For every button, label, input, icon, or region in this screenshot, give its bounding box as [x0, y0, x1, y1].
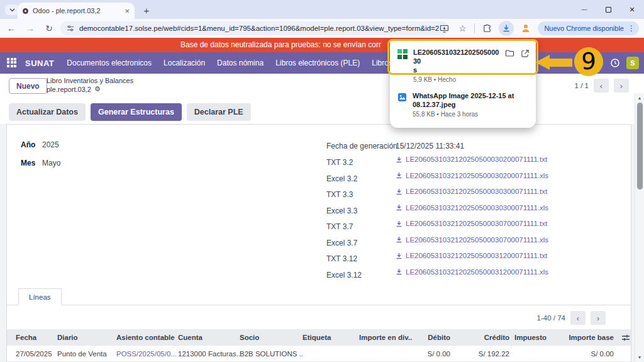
scrollbar-thumb[interactable] — [637, 103, 643, 189]
col-fecha[interactable]: Fecha — [16, 334, 57, 341]
browser-menu-icon[interactable]: ⋮ — [628, 24, 635, 33]
activities-clock-icon[interactable] — [610, 58, 620, 68]
nav-item-localizacion[interactable]: Localización — [164, 59, 205, 67]
download-icon — [396, 172, 402, 179]
minimize-icon: — — [582, 6, 587, 13]
cell-fecha[interactable]: 27/05/2025 — [16, 350, 57, 358]
tab-search-button[interactable] — [5, 4, 19, 15]
site-settings-icon[interactable] — [67, 25, 74, 32]
file-download-link[interactable]: LE2060531032120250500030200071111.xls — [396, 172, 548, 179]
actualizar-datos-button[interactable]: Actualizar Datos — [9, 103, 86, 121]
table-row[interactable]: 27/05/2025 Punto de Venta POSS/2025/05/0… — [7, 346, 631, 362]
generar-estructuras-button[interactable]: Generar Estructuras — [91, 103, 182, 121]
close-icon: × — [630, 4, 635, 14]
annotation-arrow — [550, 59, 572, 67]
download-item-whatsapp-image[interactable]: WhatsApp Image 2025-12-15 at08.12.37.jpe… — [390, 87, 536, 122]
declarar-ple-button[interactable]: Declarar PLE — [187, 103, 251, 121]
field-label-mes: Mes — [21, 159, 35, 167]
download-icon — [396, 236, 402, 243]
back-button[interactable]: ← — [4, 21, 19, 36]
file-download-link[interactable]: LE2060531032120250500030300071111.xls — [396, 204, 548, 212]
bookmark-star-icon[interactable]: ☆ — [456, 22, 469, 35]
download-icon — [396, 156, 402, 163]
banner-text: Base de datos neutralizada para pruebas:… — [180, 40, 381, 49]
forward-button[interactable]: → — [23, 21, 38, 36]
col-debito[interactable]: Débito — [413, 334, 450, 341]
field-label-ano: Año — [21, 140, 35, 149]
col-asiento[interactable]: Asiento contable — [116, 334, 178, 341]
col-cuenta[interactable]: Cuenta — [178, 334, 240, 341]
scroll-down-icon[interactable]: ▼ — [635, 353, 644, 361]
install-icon[interactable] — [438, 22, 450, 35]
file-label: TXT 3.3 — [326, 190, 353, 199]
file-label: TXT 3.12 — [326, 254, 357, 263]
extensions-icon[interactable] — [480, 22, 493, 35]
file-download-link[interactable]: LE2060531032120250500030300071111.txt — [396, 188, 547, 195]
apps-grid-icon[interactable] — [7, 58, 18, 69]
file-label: Excel 3.2 — [326, 174, 357, 183]
download-meta: 55,8 KB • Hace 3 horas — [413, 111, 530, 118]
lines-prev-button[interactable]: ‹ — [570, 311, 586, 325]
file-download-link[interactable]: LE2060531032120250500030700071111.txt — [396, 220, 547, 227]
col-socio[interactable]: Socio — [240, 334, 303, 341]
record-prev-button[interactable]: ‹ — [594, 79, 609, 93]
col-credito[interactable]: Crédito — [450, 334, 509, 341]
cell-cuenta[interactable]: 1213000 Facturas... — [178, 350, 240, 358]
reload-button[interactable]: ↻ — [42, 21, 57, 36]
col-importe-base[interactable]: Importe base — [548, 334, 614, 341]
window-minimize-button[interactable]: — — [572, 0, 596, 19]
field-value-mes[interactable]: Mayo — [42, 159, 60, 167]
profile-avatar-icon[interactable] — [519, 22, 532, 35]
new-tab-button[interactable]: + — [140, 4, 153, 16]
file-download-link[interactable]: LE2060531032120250500030700071111.xls — [396, 236, 548, 244]
user-avatar[interactable]: S — [626, 57, 639, 69]
browser-titlebar: Odoo - ple.report.03,2 × + — × — [0, 0, 644, 19]
app-brand[interactable]: SUNAT — [25, 59, 54, 68]
file-download-link[interactable]: LE2060531032120250500030200071111.txt — [396, 156, 547, 163]
annotation-step-number: 9 — [574, 47, 603, 76]
scroll-up-icon[interactable]: ▲ — [635, 94, 644, 102]
maximize-icon — [606, 7, 611, 13]
nav-item-libros-ple[interactable]: Libros electrónicos (PLE) — [275, 59, 360, 67]
new-record-button[interactable]: Nuevo — [9, 78, 47, 94]
optional-columns-button[interactable] — [614, 334, 630, 342]
nav-item-datos-nomina[interactable]: Datos nómina — [217, 59, 264, 67]
browser-tab[interactable]: Odoo - ple.report.03,2 × — [18, 3, 135, 19]
breadcrumb-parent-link[interactable]: Libro Inventarios y Balances — [47, 77, 133, 84]
window-close-button[interactable]: × — [620, 0, 644, 19]
page-scrollbar[interactable]: ▲ ▼ — [635, 93, 644, 362]
field-label-fecha-generacion: Fecha de generación — [326, 142, 397, 150]
control-panel: Nuevo Libro Inventarios y Balances ple.r… — [0, 74, 644, 100]
file-label: TXT 3.2 — [326, 158, 353, 167]
downloads-button[interactable] — [499, 21, 514, 36]
col-impuesto[interactable]: Impuesto — [509, 334, 548, 341]
col-diario[interactable]: Diario — [57, 334, 116, 341]
address-bar[interactable]: democontable17.solse.pe/web#cids=1&menu_… — [60, 21, 449, 35]
cell-credito[interactable]: S/ 192.22 — [450, 350, 509, 358]
record-next-button[interactable]: › — [614, 79, 629, 93]
file-label: Excel 3.12 — [326, 271, 362, 280]
field-value-ano[interactable]: 2025 — [42, 140, 59, 149]
gear-icon[interactable]: ⚙ — [94, 85, 101, 93]
tab-close-icon[interactable]: × — [125, 6, 130, 16]
download-icon — [396, 268, 402, 275]
cell-socio[interactable]: B2B SOLUTIONS ... — [240, 350, 303, 358]
cell-importe-base[interactable]: S/ 0.00 — [548, 350, 614, 358]
col-importe-div[interactable]: Importe en div... — [359, 334, 413, 341]
annotation-highlight-box — [387, 39, 538, 75]
chrome-update-label: Nuevo Chrome disponible — [544, 25, 624, 32]
chrome-update-chip[interactable]: Nuevo Chrome disponible ⋮ — [538, 21, 639, 35]
file-download-link[interactable]: LE2060531032120250500031200071111.txt — [396, 252, 547, 259]
window-maximize-button[interactable] — [596, 0, 620, 19]
record-pager-text: 1 / 1 — [575, 82, 589, 89]
cell-diario[interactable]: Punto de Venta — [57, 350, 116, 358]
file-download-link[interactable]: LE2060531032120250500031200071111.xls — [396, 268, 548, 276]
col-etiqueta[interactable]: Etiqueta — [303, 334, 359, 341]
cell-asiento-link[interactable]: POSS/2025/05/0... — [116, 350, 178, 358]
lines-next-button[interactable]: › — [591, 311, 606, 325]
tab-lineas[interactable]: Líneas — [18, 288, 62, 305]
chevron-down-icon — [9, 8, 15, 12]
nav-item-documentos[interactable]: Documentos electronicos — [67, 59, 152, 67]
cell-debito[interactable]: S/ 0.00 — [413, 350, 450, 358]
action-buttons-row: Actualizar Datos Generar Estructuras Dec… — [0, 100, 644, 124]
